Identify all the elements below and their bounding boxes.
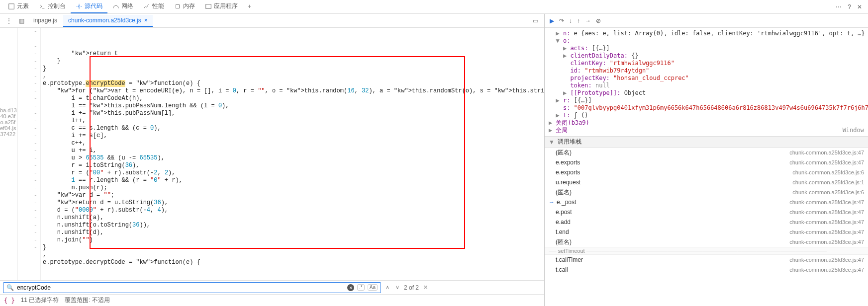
callstack-row[interactable]: e.addchunk-common.a25fd3ce.js:47: [545, 217, 868, 227]
scope-row[interactable]: token: null: [549, 82, 864, 89]
sidebar-file: o.a25f: [0, 119, 15, 125]
code-line: c == s.length && (c = 0),: [43, 125, 544, 132]
more-vert-icon[interactable]: ⋮: [3, 16, 15, 25]
code-line: c++,: [43, 140, 544, 147]
scope-row[interactable]: ▶ r: [{…}]: [549, 97, 864, 104]
code-line: l++,: [43, 117, 544, 125]
help-icon[interactable]: ?: [845, 1, 854, 12]
tab-application[interactable]: 应用程序: [200, 0, 243, 13]
code-line: "kw">var d = "";: [43, 192, 544, 199]
tab-label: 元素: [17, 2, 29, 10]
code-line: "kw">return d = u.toString(36),: [43, 199, 544, 207]
navigator-icon[interactable]: ▥: [16, 16, 27, 25]
scope-row[interactable]: ▶ 关闭(b3a9): [549, 119, 864, 127]
scope-row[interactable]: ▶ clientDailyData: {}: [549, 52, 864, 60]
scope-row[interactable]: s: "007glvbyypg0401xfym31p6my6656k647h65…: [549, 104, 864, 112]
svg-rect-0: [9, 3, 14, 9]
search-icon: 🔍: [6, 284, 14, 291]
tab-sources[interactable]: 源代码: [71, 0, 107, 13]
svg-point-1: [78, 5, 80, 7]
code-line: "kw">return t: [43, 50, 544, 58]
callstack-row[interactable]: e.postchunk-common.a25fd3ce.js:47: [545, 207, 868, 217]
prev-match-icon[interactable]: ∧: [384, 284, 391, 291]
tab-memory[interactable]: 内存: [169, 0, 200, 13]
tab-add[interactable]: +: [243, 1, 256, 13]
file-tabs-bar: ⋮ ▥ inpage.js chunk-common.a25fd3ce.js× …: [0, 14, 544, 28]
case-toggle[interactable]: Aa: [368, 284, 378, 291]
sources-pane: ⋮ ▥ inpage.js chunk-common.a25fd3ce.js× …: [0, 14, 545, 306]
status-bar: { } 11 已选择字符 覆盖范围: 不适用: [0, 294, 544, 306]
more-icon[interactable]: ⋯: [833, 1, 845, 12]
callstack-row[interactable]: e.exportschunk-common.a25fd3ce.js:47: [545, 157, 868, 167]
step-out-icon[interactable]: ↑: [577, 17, 580, 24]
tab-elements[interactable]: 元素: [3, 0, 34, 13]
code-block[interactable]: "kw">return t }},e.prototype.encryptCode…: [41, 28, 544, 280]
code-line: n.push(r);: [43, 184, 544, 192]
coverage-info: 覆盖范围: 不适用: [65, 296, 110, 305]
callstack-row[interactable]: t.endchunk-common.a25fd3ce.js:47: [545, 227, 868, 237]
scope-panel[interactable]: ▶ n: e {aes: e, list: Array(0), idle: fa…: [545, 28, 868, 136]
scope-row[interactable]: projectKey: "honsan_cloud_ccprec": [549, 75, 864, 82]
close-icon[interactable]: ✕: [854, 1, 865, 12]
step-icon[interactable]: →: [585, 17, 591, 24]
match-count: 2 of 2: [404, 284, 419, 291]
code-line: u += i,: [43, 147, 544, 154]
code-line: i = t.charCodeAt(h),: [43, 95, 544, 102]
code-line: ,: [43, 73, 544, 80]
next-match-icon[interactable]: ∨: [394, 284, 401, 291]
callstack-row[interactable]: →e._postchunk-common.a25fd3ce.js:47: [545, 197, 868, 207]
callstack-list: (匿名)chunk-common.a25fd3ce.js:47e.exports…: [545, 148, 868, 306]
scope-row[interactable]: clientKey: "rtmhwialwggc9116": [549, 60, 864, 67]
selection-info: 11 已选择字符: [21, 296, 59, 305]
callstack-row[interactable]: t.callTimerchunk-common.a25fd3ce.js:47: [545, 255, 868, 265]
callstack-row[interactable]: (匿名)chunk-common.a25fd3ce.js:47: [545, 237, 868, 247]
format-icon[interactable]: { }: [4, 297, 15, 304]
close-search-icon[interactable]: ✕: [422, 284, 429, 291]
code-area: ba.d13 40.e3f o.a25f ef04.js 37422 -----…: [0, 28, 544, 280]
devtools-toolbar: 元素 控制台 源代码 网络 性能 内存 应用程序 + ⋯ ? ✕: [0, 0, 868, 14]
tab-label: 内存: [183, 2, 195, 10]
code-line: e.prototype.decryptCode = "kw">function(…: [43, 259, 544, 266]
code-line: i += s[c],: [43, 132, 544, 140]
tab-performance[interactable]: 性能: [138, 0, 169, 13]
reader-icon[interactable]: ▭: [530, 16, 541, 25]
search-field[interactable]: 🔍 × .* Aa: [3, 282, 381, 293]
sidebar-file: 37422: [0, 131, 15, 137]
tab-network[interactable]: 网络: [107, 0, 138, 13]
code-line: }: [43, 58, 544, 65]
svg-rect-3: [206, 4, 211, 8]
scope-row[interactable]: ▶ [[Prototype]]: Object: [549, 89, 864, 97]
resume-icon[interactable]: ▶: [550, 17, 554, 24]
callstack-header[interactable]: ▼ 调用堆栈: [545, 136, 868, 148]
scope-row[interactable]: ▶ n: e {aes: e, list: Array(0), idle: fa…: [549, 30, 864, 37]
tab-console[interactable]: 控制台: [34, 0, 71, 13]
code-line: }: [43, 244, 544, 251]
breakpoint-strip: ba.d13 40.e3f o.a25f ef04.js 37422: [0, 28, 18, 280]
close-icon[interactable]: ×: [144, 17, 148, 24]
code-line: r = ("00" + r).substr(-2, 2),: [43, 169, 544, 177]
search-bar: 🔍 × .* Aa ∧ ∨ 2 of 2 ✕: [0, 280, 544, 294]
code-line: r = i.toString(36),: [43, 162, 544, 169]
regex-toggle[interactable]: .*: [357, 284, 365, 291]
file-tab-inpage[interactable]: inpage.js: [28, 15, 62, 27]
callstack-row[interactable]: (匿名)chunk-common.a25fd3ce.js:47: [545, 148, 868, 157]
tab-label: 应用程序: [214, 2, 238, 10]
code-line: ,: [43, 251, 544, 259]
file-tab-label: chunk-common.a25fd3ce.js: [68, 17, 141, 24]
scope-row[interactable]: ▶ acts: [{…}]: [549, 45, 864, 52]
scope-row[interactable]: ▶ 全局 Window: [549, 127, 864, 134]
callstack-row[interactable]: t.callchunk-common.a25fd3ce.js:47: [545, 265, 868, 275]
callstack-row[interactable]: u.requestchunk-common.a25fd3ce.js:1: [545, 177, 868, 187]
search-input[interactable]: [17, 284, 344, 291]
callstack-row[interactable]: e.exportschunk-common.a25fd3ce.js:6: [545, 167, 868, 177]
sidebar-file: ba.d13: [0, 107, 15, 113]
file-tab-chunk[interactable]: chunk-common.a25fd3ce.js×: [63, 15, 153, 27]
deactivate-breakpoints-icon[interactable]: ⊘: [596, 17, 601, 24]
step-into-icon[interactable]: ↓: [569, 17, 572, 24]
step-over-icon[interactable]: ↷: [559, 17, 564, 24]
scope-row[interactable]: ▶ t: ƒ (): [549, 112, 864, 119]
scope-row[interactable]: id: "rtmhwib79r4ytdgn": [549, 67, 864, 75]
callstack-row[interactable]: (匿名)chunk-common.a25fd3ce.js:6: [545, 187, 868, 197]
clear-icon[interactable]: ×: [347, 284, 354, 291]
scope-row[interactable]: ▼ o:: [549, 37, 864, 45]
